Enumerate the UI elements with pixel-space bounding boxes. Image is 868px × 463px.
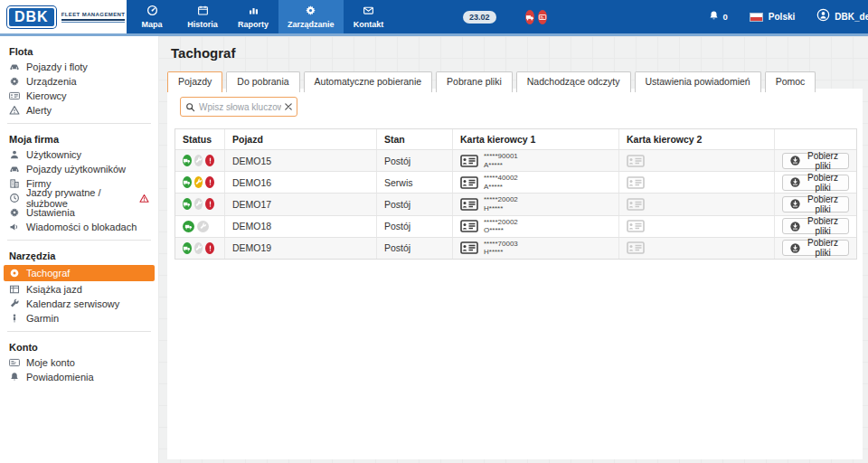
sidebar-item-urzadzenia[interactable]: Urządzenia <box>0 74 158 89</box>
sidebar-section-flota: Flota <box>0 42 158 60</box>
wrench-icon <box>9 298 20 309</box>
vehicle-name: DEMO19 <box>224 238 376 259</box>
speaker-icon <box>9 222 20 232</box>
table-row: DEMO18 Postój *****20002O***** Pobierz p… <box>175 215 856 237</box>
sidebar-item-alerty[interactable]: Alerty <box>0 103 158 118</box>
sidebar-item-tachograf[interactable]: Tachograf <box>4 265 155 281</box>
table-row: DEMO17 Postój *****20002H***** Pobierz p… <box>175 193 856 214</box>
driver-card-icon-empty <box>627 155 645 167</box>
gear-icon <box>305 5 316 18</box>
download-files-button[interactable]: Pobierz pliki <box>782 175 849 191</box>
user-icon <box>9 149 20 160</box>
vehicle-ok-icon <box>183 155 192 166</box>
device-icon <box>9 76 20 87</box>
driver-card-name: A***** <box>484 183 518 192</box>
vehicle-state: Serwis <box>376 172 452 193</box>
vehicle-state: Postój <box>376 216 452 237</box>
content-panel: Status Pojazd Stan Karta kierowcy 1 Kart… <box>167 89 863 459</box>
search-input[interactable] <box>199 102 281 112</box>
user-avatar-icon <box>816 8 830 25</box>
notifications-bell[interactable]: 0 <box>708 10 728 24</box>
bell-icon <box>708 10 720 24</box>
sidebar-item-kierowcy[interactable]: Kierowcy <box>0 89 158 103</box>
nav-item-historia[interactable]: Historia <box>177 0 228 33</box>
sidebar-item-jazdy-prywatne-sluzbowe[interactable]: Jazdy prywatne / służbowe <box>0 191 158 205</box>
col-stan: Stan <box>376 129 452 149</box>
id-card-icon <box>9 90 20 101</box>
download-icon <box>790 156 800 165</box>
language-selector[interactable]: Polski <box>750 12 795 22</box>
sidebar-item-powiadomienia[interactable]: Powiadomienia <box>0 370 158 384</box>
driver-card-number: *****70003 <box>484 240 518 249</box>
vehicle-name: DEMO15 <box>224 150 376 171</box>
driver-card-number: *****90001 <box>484 152 518 161</box>
table-row: DEMO16 Serwis *****40002A***** Pobierz p… <box>175 171 856 193</box>
car-icon <box>9 61 20 72</box>
warning-icon <box>139 194 149 203</box>
main-nav: Mapa Historia Raporty Zarządzanie Kontak… <box>127 0 394 33</box>
table-row: DEMO15 Postój *****90001A***** Pobierz p… <box>175 149 856 171</box>
tab-ustawienia-powiadomien[interactable]: Ustawienia powiadomień <box>635 71 761 92</box>
service-active-icon <box>194 176 203 188</box>
notifications-count: 0 <box>723 12 728 22</box>
download-files-button[interactable]: Pobierz pliki <box>782 218 849 234</box>
sidebar-item-wiadomosci-o-blokadach[interactable]: Wiadomości o blokadach <box>0 220 158 234</box>
vehicle-ok-icon <box>183 176 192 188</box>
tab-nadchodzace-odczyty[interactable]: Nadchodzące odczyty <box>516 71 631 92</box>
app-logo[interactable]: DBK FLEET MANAGEMENT <box>0 0 127 33</box>
building-icon <box>9 178 20 189</box>
driver-card-name: O***** <box>484 226 518 235</box>
clear-search-icon[interactable] <box>285 103 292 110</box>
download-files-button[interactable]: Pobierz pliki <box>782 240 849 256</box>
vehicle-alert-icon[interactable] <box>525 10 534 24</box>
tab-pomoc[interactable]: Pomoc <box>765 71 816 92</box>
nav-item-zarzadzanie[interactable]: Zarządzanie <box>278 0 344 33</box>
col-actions <box>774 129 856 149</box>
sidebar-divider <box>7 331 151 332</box>
sidebar-item-pojazdy-i-floty[interactable]: Pojazdy i floty <box>0 60 158 74</box>
driver-card-name: H***** <box>484 204 518 213</box>
sidebar-item-garmin[interactable]: Garmin <box>0 311 158 326</box>
nav-item-kontakt[interactable]: Kontakt <box>344 0 394 33</box>
tab-bar: Pojazdy Do pobrania Automatyczne pobiera… <box>167 71 819 92</box>
card-alert-icon[interactable] <box>538 10 547 24</box>
user-menu[interactable]: DBK_demo <box>816 8 868 25</box>
sidebar-item-moje-konto[interactable]: Moje konto <box>0 355 158 370</box>
date-badge[interactable]: 23.02 <box>463 11 496 24</box>
driver-card-icon <box>460 241 478 254</box>
vehicle-state: Postój <box>376 194 452 214</box>
bell-icon <box>9 372 20 383</box>
alert-icon <box>205 176 214 188</box>
vehicle-name: DEMO17 <box>224 194 376 214</box>
poland-flag-icon <box>750 13 763 22</box>
download-icon <box>790 199 800 209</box>
tab-do-pobrania[interactable]: Do pobrania <box>226 71 299 92</box>
download-files-button[interactable]: Pobierz pliki <box>782 196 849 213</box>
warning-icon <box>9 105 20 116</box>
sidebar-item-ksiazka-jazd[interactable]: Książka jazd <box>0 282 158 297</box>
driver-card-icon <box>460 220 478 232</box>
tab-pobrane-pliki[interactable]: Pobrane pliki <box>436 71 513 92</box>
nav-item-mapa[interactable]: Mapa <box>127 0 177 33</box>
download-icon <box>790 222 800 232</box>
col-karta-kierowcy-2: Karta kierowcy 2 <box>618 129 774 149</box>
car-icon <box>9 164 20 175</box>
sidebar-item-uzytkownicy[interactable]: Użytkownicy <box>0 147 158 162</box>
search-icon <box>185 102 195 112</box>
driver-card-icon <box>460 155 478 167</box>
id-card-icon <box>9 357 20 368</box>
tab-automatyczne-pobieranie[interactable]: Automatyczne pobieranie <box>304 71 433 92</box>
sidebar-item-pojazdy-uzytkownikow[interactable]: Pojazdy użytkowników <box>0 162 158 176</box>
sidebar-item-kalendarz-serwisowy[interactable]: Kalendarz serwisowy <box>0 297 158 311</box>
alert-icon <box>205 155 214 166</box>
nav-item-raporty[interactable]: Raporty <box>228 0 278 33</box>
tab-pojazdy[interactable]: Pojazdy <box>167 71 222 92</box>
driver-card-number: *****20002 <box>484 195 518 204</box>
driver-card-icon-empty <box>627 176 645 189</box>
tachograph-icon <box>9 268 20 279</box>
dbk-logo: DBK <box>7 6 56 28</box>
sidebar-divider <box>7 123 151 124</box>
driver-card-icon <box>460 176 478 189</box>
download-files-button[interactable]: Pobierz pliki <box>782 153 849 169</box>
vehicle-ok-icon <box>183 221 194 232</box>
